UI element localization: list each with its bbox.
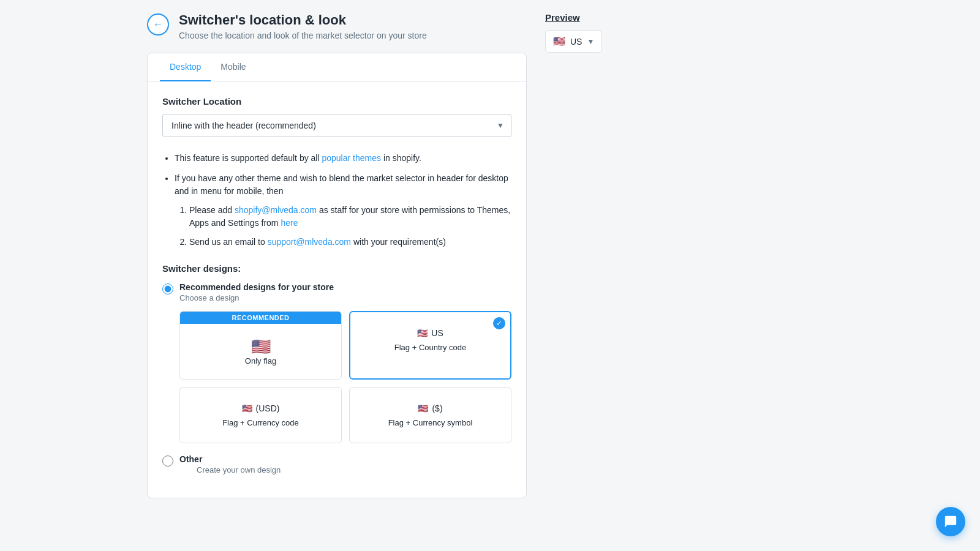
only-flag-icon: 🇺🇸 [251, 337, 271, 356]
switcher-location-select-wrapper: Inline with the header (recommended) Bel… [162, 114, 511, 137]
switcher-location-label: Switcher Location [162, 96, 511, 107]
flag-currency-symbol-flag: 🇺🇸 [418, 403, 428, 413]
other-option: Other Create your own design [162, 454, 511, 474]
steps-list: Please add shopify@mlveda.com as staff f… [175, 204, 511, 249]
recommended-radio[interactable] [162, 283, 173, 294]
recommended-badge: RECOMMENDED [180, 312, 341, 324]
chat-button[interactable] [936, 507, 965, 536]
chat-icon [944, 515, 957, 528]
design-card-flag-currency-symbol[interactable]: 🇺🇸 ($) Flag + Currency symbol [349, 387, 511, 443]
preview-widget: 🇺🇸 US ▼ [545, 30, 602, 53]
flag-currency-code-flag: 🇺🇸 [242, 403, 252, 413]
choose-design-sublabel: Choose a design [179, 293, 334, 302]
other-sublabel: Create your own design [197, 465, 281, 474]
main-card: Desktop Mobile Switcher Location Inline … [147, 53, 527, 498]
preview-flag: 🇺🇸 [553, 36, 565, 47]
flag-country-label: Flag + Country code [394, 343, 466, 352]
flag-currency-code-text: (USD) [256, 403, 280, 413]
recommended-option: Recommended designs for your store Choos… [162, 282, 511, 302]
selected-checkmark: ✓ [493, 317, 505, 329]
flag-currency-symbol-preview: 🇺🇸 ($) [418, 403, 442, 413]
flag-country-preview: 🇺🇸 US [417, 328, 443, 338]
only-flag-label: Only flag [245, 356, 276, 365]
info-text-1: This feature is supported default by all [175, 153, 322, 163]
flag-currency-code-preview: 🇺🇸 (USD) [242, 403, 280, 413]
switcher-location-select[interactable]: Inline with the header (recommended) Bel… [162, 114, 511, 137]
tab-desktop[interactable]: Desktop [160, 53, 211, 81]
designs-title: Switcher designs: [162, 263, 511, 274]
shopify-email-link[interactable]: shopify@mlveda.com [235, 205, 317, 215]
back-button[interactable]: ← [147, 13, 169, 36]
design-card-flag-currency-code[interactable]: 🇺🇸 (USD) Flag + Currency code [179, 387, 342, 443]
designs-section: Switcher designs: Recommended designs fo… [162, 263, 511, 474]
preview-title: Preview [545, 12, 668, 23]
info-list: This feature is supported default by all… [162, 152, 511, 249]
flag-currency-code-label: Flag + Currency code [222, 418, 299, 427]
flag-currency-symbol-label: Flag + Currency symbol [388, 418, 473, 427]
step-1: Please add shopify@mlveda.com as staff f… [189, 204, 511, 230]
recommended-label: Recommended designs for your store [179, 282, 334, 292]
info-item-1: This feature is supported default by all… [175, 152, 511, 165]
tab-mobile[interactable]: Mobile [211, 53, 255, 81]
design-grid: RECOMMENDED 🇺🇸 Only flag ✓ 🇺🇸 [179, 311, 511, 443]
design-card-flag-country[interactable]: ✓ 🇺🇸 US Flag + Country code [349, 311, 511, 380]
tab-bar: Desktop Mobile [148, 53, 526, 81]
info-text-2: If you have any other theme and wish to … [175, 173, 508, 196]
preview-code: US [570, 37, 582, 47]
flag-currency-symbol-text: ($) [432, 403, 442, 413]
design-card-only-flag[interactable]: RECOMMENDED 🇺🇸 Only flag [179, 311, 342, 380]
flag-country-code: US [431, 328, 443, 338]
support-email-link[interactable]: support@mlveda.com [268, 237, 351, 247]
other-radio[interactable] [162, 455, 173, 467]
info-text-1b: in shopify. [383, 153, 421, 163]
page-subtitle: Choose the location and look of the mark… [179, 31, 427, 40]
step-2: Send us an email to support@mlveda.com w… [189, 236, 511, 249]
flag-country-flag: 🇺🇸 [417, 328, 428, 338]
info-item-2: If you have any other theme and wish to … [175, 172, 511, 249]
here-link[interactable]: here [281, 218, 298, 228]
page-title: Switcher's location & look [179, 12, 427, 28]
preview-panel: Preview 🇺🇸 US ▼ [545, 12, 668, 53]
other-label: Other [179, 454, 281, 464]
popular-themes-link[interactable]: popular themes [322, 153, 381, 163]
preview-chevron-icon: ▼ [587, 37, 594, 46]
